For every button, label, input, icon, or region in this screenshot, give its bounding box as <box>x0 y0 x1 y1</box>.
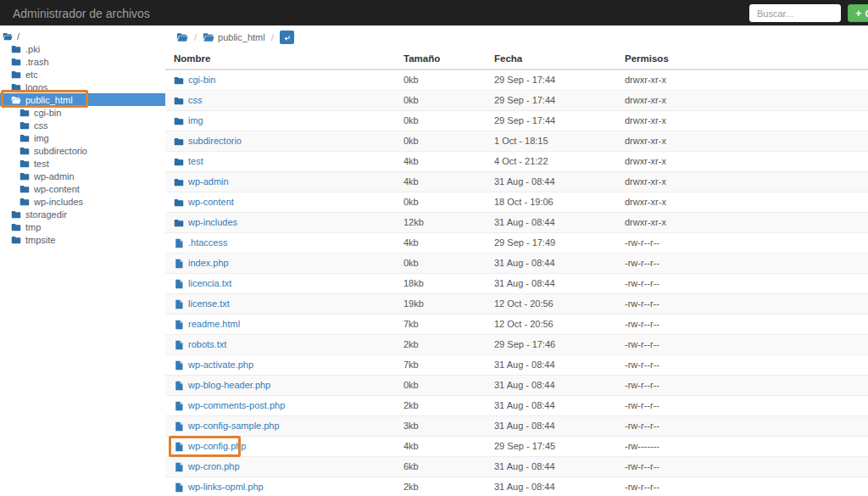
table-row: css0kb29 Sep - 17:44drwxr-xr-x <box>165 91 868 111</box>
tree-item-label: / <box>17 31 19 42</box>
perms-cell: drwxr-xr-x <box>616 111 868 131</box>
file-link-wp-activate-php[interactable]: wp-activate.php <box>188 359 253 371</box>
folder-icon <box>174 198 184 208</box>
sidebar-item-subdirectorio[interactable]: subdirectorio <box>0 144 165 157</box>
column-header-name[interactable]: Nombre <box>165 48 395 70</box>
file-link-wp-comments-post-php[interactable]: wp-comments-post.php <box>188 400 285 411</box>
file-icon <box>174 299 184 309</box>
sidebar-tree: /.pki.trashetclogospublic_htmlcgi-bincss… <box>0 26 165 496</box>
table-row: licencia.txt18kb31 Aug - 08:44-rw-r--r-- <box>165 274 868 294</box>
date-cell: 29 Sep - 17:45 <box>486 437 616 457</box>
folder-link-css[interactable]: css <box>188 95 203 106</box>
sidebar-item-wp-content[interactable]: wp-content <box>0 182 165 195</box>
date-cell: 31 Aug - 08:44 <box>486 274 616 294</box>
size-cell: 4kb <box>395 437 486 457</box>
tree-item-label: css <box>34 120 48 131</box>
folder-link-test[interactable]: test <box>188 156 203 167</box>
folder-icon <box>11 209 21 220</box>
tree-item-label: tmpsite <box>25 235 55 245</box>
sidebar-item-tmp[interactable]: tmp <box>0 220 165 233</box>
file-icon <box>174 421 184 432</box>
folder-link-wp-includes[interactable]: wp-includes <box>188 217 237 228</box>
up-arrow-icon <box>283 34 291 42</box>
date-cell: 29 Sep - 17:44 <box>486 111 616 131</box>
file-link-index-php[interactable]: index.php <box>188 258 229 269</box>
perms-cell: -rw-r--r-- <box>616 457 868 477</box>
name-cell: subdirectorio <box>165 131 395 152</box>
sidebar-item-logos[interactable]: logos <box>0 81 165 93</box>
column-header-perms[interactable]: Permisos <box>616 48 868 70</box>
sidebar-item-cgi-bin[interactable]: cgi-bin <box>0 106 165 119</box>
file-icon <box>174 259 184 269</box>
column-header-size[interactable]: Tamaño <box>395 48 486 70</box>
perms-cell: -rw-r--r-- <box>616 355 868 376</box>
breadcrumb-item-public-html[interactable]: public_html <box>203 31 265 43</box>
tree-item-label: storagedir <box>25 209 67 220</box>
name-cell: wp-links-opml.php <box>165 477 395 496</box>
tree-item-label: subdirectorio <box>34 146 87 156</box>
tree-item-label: logos <box>25 82 47 92</box>
table-row: wp-includes12kb31 Aug - 08:44drwxr-xr-x <box>165 213 868 233</box>
size-cell: 2kb <box>395 477 486 496</box>
folder-link-img[interactable]: img <box>188 115 203 126</box>
file-icon <box>174 360 184 371</box>
file-link-wp-config-sample-php[interactable]: wp-config-sample.php <box>188 421 280 432</box>
perms-cell: -rw------- <box>616 437 868 457</box>
table-row: cgi-bin0kb29 Sep - 17:44drwxr-xr-x <box>165 70 868 91</box>
file-link-robots-txt[interactable]: robots.txt <box>188 339 226 350</box>
name-cell: .htaccess <box>165 233 395 254</box>
folder-link-cgi-bin[interactable]: cgi-bin <box>188 75 215 86</box>
file-link-license-txt[interactable]: license.txt <box>188 298 230 309</box>
sidebar-item-wp-admin[interactable]: wp-admin <box>0 170 165 182</box>
sidebar-item-pki[interactable]: .pki <box>0 42 165 55</box>
sidebar-item-public-html[interactable]: public_html <box>0 93 165 106</box>
sidebar-item-trash[interactable]: .trash <box>0 55 165 68</box>
folder-link-wp-admin[interactable]: wp-admin <box>188 176 229 187</box>
file-link-wp-links-opml-php[interactable]: wp-links-opml.php <box>188 482 264 493</box>
file-link-htaccess[interactable]: .htaccess <box>188 237 227 248</box>
file-link-wp-blog-header-php[interactable]: wp-blog-header.php <box>188 380 270 391</box>
perms-cell: -rw-r--r-- <box>616 254 868 274</box>
column-header-date[interactable]: Fecha <box>486 48 616 70</box>
sidebar-item-tmpsite[interactable]: tmpsite <box>0 233 165 246</box>
folder-open-icon <box>203 31 214 43</box>
table-row: index.php0kb31 Aug - 08:44-rw-r--r-- <box>165 254 868 274</box>
perms-cell: -rw-r--r-- <box>616 274 868 294</box>
sidebar-item-storagedir[interactable]: storagedir <box>0 208 165 220</box>
folder-icon <box>174 177 184 187</box>
file-link-readme-html[interactable]: readme.html <box>188 319 240 330</box>
tree-item-label: tmp <box>25 222 41 232</box>
sidebar-item-test[interactable]: test <box>0 157 165 170</box>
folder-link-wp-content[interactable]: wp-content <box>188 197 234 208</box>
file-link-wp-config-php[interactable]: wp-config.php <box>188 441 247 452</box>
date-cell: 31 Aug - 08:44 <box>486 477 616 496</box>
breadcrumb-root[interactable] <box>176 31 188 43</box>
sidebar-item-css[interactable]: css <box>0 119 165 131</box>
sidebar-item-img[interactable]: img <box>0 131 165 144</box>
sidebar-item-etc[interactable]: etc <box>0 68 165 81</box>
file-icon <box>174 238 184 248</box>
tree-item-label: etc <box>25 70 38 80</box>
folder-icon <box>174 218 184 228</box>
folder-link-subdirectorio[interactable]: subdirectorio <box>188 136 242 147</box>
folder-icon <box>19 146 30 156</box>
create-button[interactable]: + Cr <box>848 4 868 22</box>
search-input[interactable] <box>749 4 841 22</box>
file-link-licencia-txt[interactable]: licencia.txt <box>188 278 231 289</box>
perms-cell: -rw-r--r-- <box>616 376 868 396</box>
breadcrumb-separator: / <box>271 32 274 42</box>
up-level-button[interactable] <box>280 31 294 44</box>
file-table: Nombre Tamaño Fecha Permisos cgi-bin0kb2… <box>165 48 868 496</box>
file-link-wp-cron-php[interactable]: wp-cron.php <box>188 461 240 472</box>
sidebar-item-root[interactable]: / <box>0 30 165 42</box>
sidebar-item-wp-includes[interactable]: wp-includes <box>0 195 165 208</box>
perms-cell: -rw-r--r-- <box>616 315 868 335</box>
folder-icon <box>11 235 21 245</box>
date-cell: 31 Aug - 08:44 <box>486 355 616 376</box>
table-row: subdirectorio0kb1 Oct - 18:15drwxr-xr-x <box>165 131 868 152</box>
folder-icon <box>11 222 21 232</box>
create-button-label: Cr <box>865 8 868 19</box>
name-cell: cgi-bin <box>165 70 395 91</box>
name-cell: wp-includes <box>165 213 395 233</box>
table-row: wp-admin4kb31 Aug - 08:44drwxr-xr-x <box>165 172 868 192</box>
